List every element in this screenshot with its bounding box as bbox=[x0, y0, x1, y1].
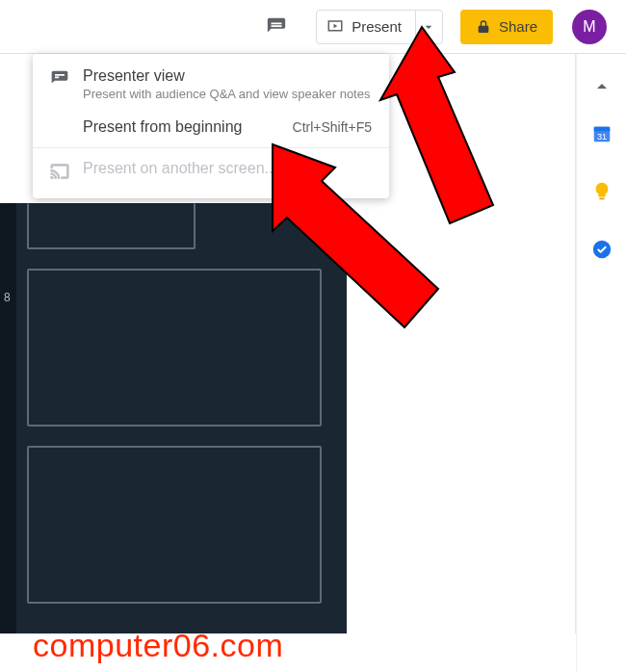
cast-icon bbox=[50, 160, 69, 185]
calendar-icon[interactable]: 31 bbox=[591, 123, 613, 144]
side-panel-rail: 31 bbox=[576, 54, 626, 672]
present-dropdown-menu: Presenter view Present with audience Q&A… bbox=[33, 54, 389, 198]
menu-item-label: Present from beginning bbox=[83, 118, 279, 136]
tasks-icon[interactable] bbox=[591, 239, 613, 260]
menu-item-label: Present on another screen... bbox=[83, 160, 372, 177]
keep-icon[interactable] bbox=[591, 181, 613, 202]
svg-text:31: 31 bbox=[596, 132, 606, 142]
top-toolbar: Present Share M bbox=[0, 0, 626, 54]
comment-icon[interactable] bbox=[266, 16, 287, 38]
present-dropdown-button[interactable] bbox=[415, 11, 442, 43]
menu-item-present-another-screen: Present on another screen... bbox=[33, 152, 389, 193]
menu-separator bbox=[33, 147, 389, 148]
presenter-view-icon bbox=[50, 67, 69, 92]
blank-icon bbox=[50, 118, 69, 120]
menu-item-presenter-view[interactable]: Presenter view Present with audience Q&A… bbox=[33, 60, 389, 111]
slide-thumbnail[interactable] bbox=[27, 269, 322, 426]
chevron-down-icon[interactable] bbox=[590, 75, 613, 98]
present-button-label: Present bbox=[352, 18, 402, 35]
menu-item-present-from-beginning[interactable]: Present from beginning Ctrl+Shift+F5 bbox=[33, 111, 389, 143]
avatar[interactable]: M bbox=[572, 10, 607, 44]
menu-item-label: Presenter view bbox=[83, 67, 372, 85]
slide-thumbnail-panel[interactable]: 8 bbox=[0, 203, 347, 633]
slide-thumbnail[interactable] bbox=[27, 446, 322, 604]
slide-thumbnail[interactable] bbox=[27, 203, 196, 249]
svg-rect-3 bbox=[599, 197, 605, 199]
share-button[interactable]: Share bbox=[460, 10, 553, 44]
watermark: computer06.com bbox=[33, 627, 283, 664]
avatar-initial: M bbox=[583, 18, 595, 36]
present-button[interactable]: Present bbox=[317, 11, 415, 43]
menu-item-shortcut: Ctrl+Shift+F5 bbox=[293, 119, 372, 135]
svg-rect-1 bbox=[593, 127, 610, 132]
slide-number: 8 bbox=[4, 291, 11, 304]
menu-item-sublabel: Present with audience Q&A and view speak… bbox=[83, 87, 372, 103]
present-button-group: Present bbox=[316, 10, 443, 44]
share-button-label: Share bbox=[499, 18, 537, 35]
